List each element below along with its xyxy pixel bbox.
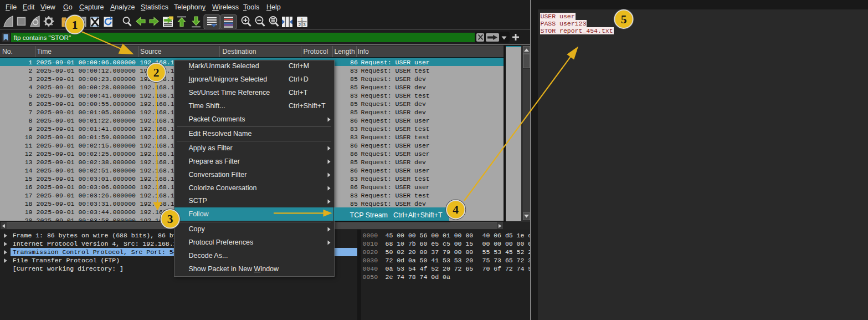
svg-text:3: 3: [167, 212, 173, 226]
svg-text:2: 2: [153, 66, 160, 79]
svg-text:4: 4: [453, 203, 459, 216]
svg-text:1: 1: [72, 18, 78, 32]
svg-text:5: 5: [621, 13, 627, 26]
